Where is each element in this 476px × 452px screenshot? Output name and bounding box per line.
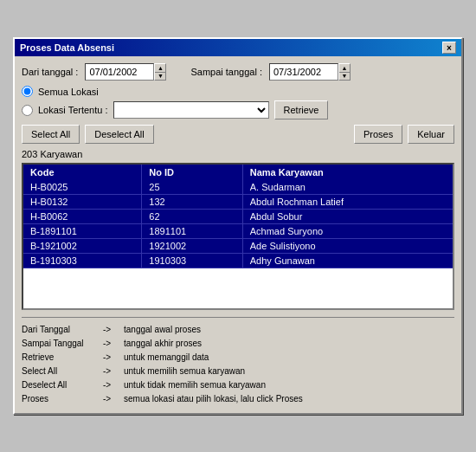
table-cell-3-1: 1891101 (142, 224, 242, 239)
semua-lokasi-row: Semua Lokasi (22, 86, 454, 97)
info-row: Dari Tanggal -> tanggal awal proses (22, 323, 454, 337)
table-cell-5-0: B-1910303 (23, 254, 142, 268)
semua-lokasi-label: Semua Lokasi (38, 87, 99, 97)
info-key-0: Dari Tanggal (22, 323, 100, 337)
title-bar: Proses Data Absensi × (15, 39, 461, 56)
info-key-2: Retrieve (22, 351, 100, 365)
table-cell-1-1: 132 (142, 195, 242, 210)
window-title: Proses Data Absensi (20, 42, 442, 53)
keluar-button[interactable]: Keluar (408, 125, 454, 144)
table-cell-1-0: H-B0132 (23, 195, 142, 210)
info-row: Proses -> semua lokasi atau pilih lokasi… (22, 392, 454, 406)
info-row: Retrieve -> untuk memanggil data (22, 351, 454, 365)
retrieve-button[interactable]: Retrieve (274, 100, 329, 119)
info-key-1: Sampai Tanggal (22, 337, 100, 351)
info-val-5: semua lokasi atau pilih lokasi, lalu cli… (124, 392, 454, 406)
semua-lokasi-radio[interactable] (22, 86, 33, 97)
select-buttons: Select All Deselect All (22, 125, 154, 144)
sampai-spin[interactable]: ▲ ▼ (338, 63, 351, 81)
info-val-2: untuk memanggil data (124, 351, 454, 365)
lokasi-tertentu-label: Lokasi Tertentu : (38, 105, 108, 115)
info-key-3: Select All (22, 365, 100, 378)
sampai-spin-down[interactable]: ▼ (339, 73, 350, 81)
col-header-0: Kode (23, 165, 142, 180)
col-header-2: Nama Karyawan (242, 165, 453, 180)
info-val-0: tanggal awal proses (124, 323, 454, 337)
sampai-spin-up[interactable]: ▲ (339, 64, 350, 73)
table-cell-3-0: B-1891101 (23, 224, 142, 239)
info-val-4: untuk tidak memilih semua karyawan (124, 378, 454, 392)
info-key-5: Proses (22, 392, 100, 406)
dari-spin[interactable]: ▲ ▼ (154, 63, 166, 81)
lokasi-dropdown[interactable] (113, 101, 269, 119)
sampai-input[interactable] (269, 63, 338, 81)
table-row[interactable]: B-18911011891101Achmad Suryono (23, 224, 453, 239)
info-rows: Dari Tanggal -> tanggal awal proses Samp… (22, 323, 454, 406)
count-label: 203 Karyawan (22, 149, 454, 159)
table-cell-2-0: H-B0062 (23, 210, 142, 224)
table-cell-3-2: Achmad Suryono (242, 224, 453, 239)
close-button[interactable]: × (442, 42, 456, 54)
table-cell-0-2: A. Sudarman (242, 180, 453, 195)
sampai-label: Sampai tanggal : (190, 67, 262, 77)
table-cell-0-0: H-B0025 (23, 180, 142, 195)
table-row[interactable]: H-B006262Abdul Sobur (23, 210, 453, 224)
dari-spin-up[interactable]: ▲ (155, 64, 165, 73)
info-section: Dari Tanggal -> tanggal awal proses Samp… (22, 317, 454, 406)
table-body: H-B002525A. SudarmanH-B0132132Abdul Roch… (23, 180, 453, 268)
table-header-row: KodeNo IDNama Karyawan (23, 165, 453, 180)
dari-spin-down[interactable]: ▼ (155, 73, 165, 81)
info-arrow-1: -> (103, 337, 120, 351)
info-arrow-3: -> (103, 365, 120, 378)
employee-table: KodeNo IDNama Karyawan H-B002525A. Sudar… (23, 165, 453, 268)
table-cell-2-2: Abdul Sobur (242, 210, 453, 224)
date-row: Dari tanggal : ▲ ▼ Sampai tanggal : ▲ ▼ (22, 63, 454, 81)
info-key-4: Deselect All (22, 378, 100, 392)
dari-input[interactable] (85, 63, 154, 81)
action-buttons-row: Select All Deselect All Proses Keluar (22, 125, 454, 144)
lokasi-tertentu-row: Lokasi Tertentu : Retrieve (22, 100, 454, 119)
content-area: Dari tanggal : ▲ ▼ Sampai tanggal : ▲ ▼ (15, 56, 461, 413)
info-val-1: tanggal akhir proses (124, 337, 454, 351)
process-buttons: Proses Keluar (354, 125, 454, 144)
info-arrow-4: -> (103, 378, 120, 392)
table-cell-4-2: Ade Sulistiyono (242, 239, 453, 254)
info-row: Deselect All -> untuk tidak memilih semu… (22, 378, 454, 392)
info-arrow-2: -> (103, 351, 120, 365)
deselect-all-button[interactable]: Deselect All (85, 125, 153, 144)
table-cell-2-1: 62 (142, 210, 242, 224)
table-row[interactable]: H-B002525A. Sudarman (23, 180, 453, 195)
lokasi-radio-group: Semua Lokasi Lokasi Tertentu : Retrieve (22, 86, 454, 119)
info-val-3: untuk memilih semua karyawan (124, 365, 454, 378)
info-arrow-0: -> (103, 323, 120, 337)
proses-button[interactable]: Proses (354, 125, 402, 144)
table-row[interactable]: H-B0132132Abdul Rochman Latief (23, 195, 453, 210)
table-row[interactable]: B-19103031910303Adhy Gunawan (23, 254, 453, 268)
sampai-input-group: ▲ ▼ (269, 63, 351, 81)
dari-input-group: ▲ ▼ (85, 63, 166, 81)
table-row[interactable]: B-19210021921002Ade Sulistiyono (23, 239, 453, 254)
select-all-button[interactable]: Select All (22, 125, 80, 144)
col-header-1: No ID (142, 165, 242, 180)
main-window: Proses Data Absensi × Dari tanggal : ▲ ▼… (13, 37, 463, 415)
lokasi-tertentu-radio[interactable] (22, 105, 33, 116)
info-row: Sampai Tanggal -> tanggal akhir proses (22, 337, 454, 351)
dari-label: Dari tanggal : (22, 67, 78, 77)
info-row: Select All -> untuk memilih semua karyaw… (22, 365, 454, 378)
table-cell-5-2: Adhy Gunawan (242, 254, 453, 268)
table-cell-0-1: 25 (142, 180, 242, 195)
info-arrow-5: -> (103, 392, 120, 406)
table-cell-1-2: Abdul Rochman Latief (242, 195, 453, 210)
table-cell-4-0: B-1921002 (23, 239, 142, 254)
table-cell-4-1: 1921002 (142, 239, 242, 254)
employee-table-container[interactable]: KodeNo IDNama Karyawan H-B002525A. Sudar… (22, 163, 454, 310)
table-cell-5-1: 1910303 (142, 254, 242, 268)
